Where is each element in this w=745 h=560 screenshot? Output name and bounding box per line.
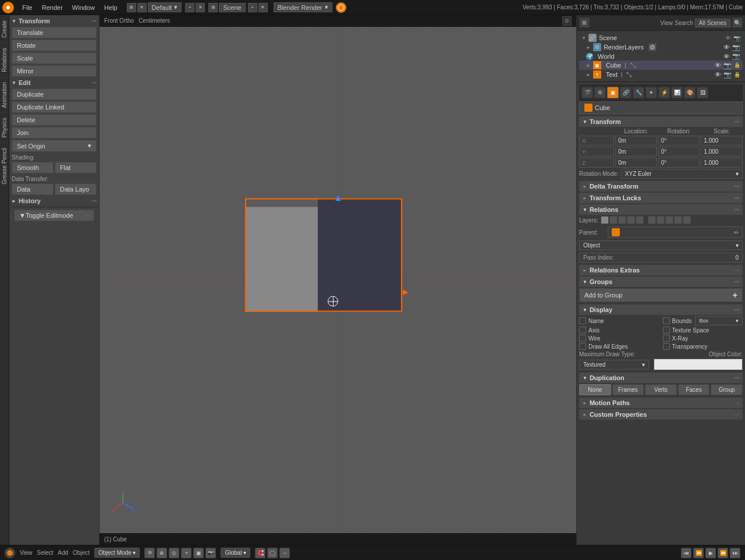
all-scenes-selector[interactable]: All Scenes <box>695 19 730 27</box>
outliner-item-scene[interactable]: ▼ 🔗 Scene 👁 📷 <box>579 33 743 42</box>
layout-icon-2[interactable]: ✕ <box>137 3 147 12</box>
object-mode-select[interactable]: Object Mode ▾ <box>94 548 140 558</box>
wire-checkbox[interactable] <box>579 335 586 342</box>
data-layo-btn[interactable]: Data Layo <box>55 183 97 195</box>
renderlayer-eye[interactable]: 👁 <box>723 44 730 51</box>
scene-cam-icon[interactable]: 📷 <box>733 35 740 41</box>
location-x-field[interactable]: 0m <box>615 136 657 146</box>
workspace-selector[interactable]: Default ▾ <box>148 2 182 12</box>
proportional-icon[interactable]: ◯ <box>267 548 278 558</box>
icon-plus[interactable]: + <box>185 3 194 12</box>
bounds-checkbox[interactable] <box>663 317 670 324</box>
scale-z-field[interactable]: 1.000 <box>701 158 743 168</box>
bottom-object[interactable]: Object <box>73 550 90 556</box>
outliner-item-cube[interactable]: ► ▣ Cube | 👁 📷 🔒 <box>579 61 743 70</box>
viewport[interactable]: Front Ortho Centimeters ⚙ <box>100 15 576 545</box>
layer-5[interactable] <box>636 216 644 224</box>
text-eye[interactable]: 👁 <box>715 71 721 78</box>
menu-file[interactable]: File <box>17 3 37 12</box>
world-cam[interactable]: 📷 <box>732 52 740 60</box>
pencil-icon[interactable]: ✏ <box>734 229 739 236</box>
scene-icon-plus[interactable]: + <box>248 3 257 12</box>
name-checkbox[interactable] <box>579 317 586 324</box>
scale-x-field[interactable]: 1.000 <box>701 136 743 146</box>
dup-verts-btn[interactable]: Verts <box>645 384 677 395</box>
dup-group-btn[interactable]: Group <box>711 384 743 395</box>
prop-tab-constraints[interactable]: 🔗 <box>620 87 632 98</box>
object-color-field[interactable] <box>654 359 743 370</box>
menu-window[interactable]: Window <box>68 3 100 12</box>
render-icon[interactable]: 📷 <box>205 548 216 558</box>
bounds-type-dropdown[interactable]: Box ▾ <box>695 316 743 325</box>
dup-none-btn[interactable]: None <box>579 384 611 395</box>
relations-extras-header[interactable]: ► Relations Extras ··· <box>579 265 743 275</box>
world-eye[interactable]: 👁 <box>723 53 730 60</box>
layer-2[interactable] <box>609 216 618 224</box>
join-btn[interactable]: Join <box>12 127 97 139</box>
vtab-relations[interactable]: Relations <box>0 42 9 77</box>
layer-4[interactable] <box>627 216 635 224</box>
vtab-grease-pencil[interactable]: Grease Pencil <box>0 143 9 189</box>
outliner-icon[interactable]: ⊞ <box>579 17 590 28</box>
prev-frame-icon[interactable]: ⏪ <box>693 548 704 558</box>
prop-tab-material[interactable]: 🎨 <box>684 87 696 98</box>
search-icon[interactable]: 🔍 <box>732 17 743 28</box>
scene-icon-x[interactable]: ✕ <box>258 3 268 12</box>
set-origin-dropdown[interactable]: Set Origin ▾ <box>12 140 97 152</box>
text-cam[interactable]: 📷 <box>723 71 732 79</box>
rotation-z-field[interactable]: 0° <box>658 158 700 168</box>
duplicate-btn[interactable]: Duplicate <box>12 88 97 100</box>
transform-locks-header[interactable]: ► Transform Locks ··· <box>579 193 743 203</box>
play-icon[interactable]: ▶ <box>705 548 716 558</box>
layer-9[interactable] <box>674 216 682 224</box>
delta-transform-header[interactable]: ► Delta Transform ··· <box>579 181 743 192</box>
data-btn[interactable]: Data <box>12 183 54 195</box>
icon-dots[interactable]: ⊞ <box>208 3 218 12</box>
texturespace-checkbox[interactable] <box>663 327 670 334</box>
prop-tab-particles[interactable]: ✦ <box>645 87 657 98</box>
prop-tab-texture[interactable]: 🖼 <box>697 87 708 98</box>
axis-checkbox[interactable] <box>579 327 586 334</box>
vtab-create[interactable]: Create <box>0 15 9 42</box>
relations-section-header[interactable]: ▼ Relations ··· <box>579 204 743 215</box>
manipulator-icon[interactable]: + <box>181 548 191 558</box>
bottom-view[interactable]: View <box>20 550 33 556</box>
mirror-btn[interactable]: Mirror <box>12 65 97 77</box>
layer-1[interactable] <box>601 216 609 224</box>
outliner-item-text[interactable]: ► T Text | 👁 📷 🔒 <box>579 70 743 79</box>
scale-y-field[interactable]: 1.000 <box>701 147 743 157</box>
menu-help[interactable]: Help <box>100 3 122 12</box>
groups-header[interactable]: ▼ Groups ··· <box>579 277 743 287</box>
xray-checkbox[interactable] <box>663 335 670 342</box>
display-header[interactable]: ▼ Display ··· <box>579 304 743 315</box>
viewport-canvas[interactable]: ▲ ► X Y Z <box>100 27 576 533</box>
history-header[interactable]: ► History ··· <box>12 197 97 204</box>
text-lock[interactable]: 🔒 <box>734 72 740 77</box>
cube-lock[interactable]: 🔒 <box>734 62 740 68</box>
toggle-editmode-btn[interactable]: ▼ Toggle Editmode ··· <box>14 210 94 221</box>
prop-tab-data[interactable]: 📊 <box>671 87 683 98</box>
global-select-icon[interactable]: ⚙ <box>144 548 155 558</box>
menu-render[interactable]: Render <box>37 3 68 12</box>
add-to-group-btn[interactable]: Add to Group + <box>579 288 743 302</box>
prop-tab-object[interactable]: ▣ <box>607 87 619 98</box>
prop-tab-physics[interactable]: ⚡ <box>658 87 670 98</box>
transform-header[interactable]: ▼ Transform ··· <box>12 17 97 24</box>
scene-selector[interactable]: Scene <box>219 3 245 12</box>
play-back-icon[interactable]: ⏮ <box>681 548 691 558</box>
smooth-btn[interactable]: Smooth <box>12 162 54 173</box>
location-y-field[interactable]: 0m <box>615 147 657 157</box>
layer-8[interactable] <box>665 216 673 224</box>
cube-eye[interactable]: 👁 <box>715 62 721 69</box>
edit-header[interactable]: ▼ Edit ··· <box>12 79 97 86</box>
scene-eye-icon[interactable]: 👁 <box>725 35 731 41</box>
bottom-select[interactable]: Select <box>37 550 54 556</box>
snap-icon[interactable]: 🧲 <box>255 548 265 558</box>
scale-btn[interactable]: Scale <box>12 52 97 64</box>
parent-type-dropdown[interactable]: Object ▾ <box>579 240 743 250</box>
layer-3[interactable] <box>618 216 626 224</box>
engine-selector[interactable]: Blender Render ▾ <box>274 2 332 12</box>
outliner-item-world[interactable]: 🌍 World 👁 📷 <box>579 52 743 61</box>
custom-properties-header[interactable]: ► Custom Properties ··· <box>579 409 743 420</box>
layer-6[interactable] <box>648 216 656 224</box>
